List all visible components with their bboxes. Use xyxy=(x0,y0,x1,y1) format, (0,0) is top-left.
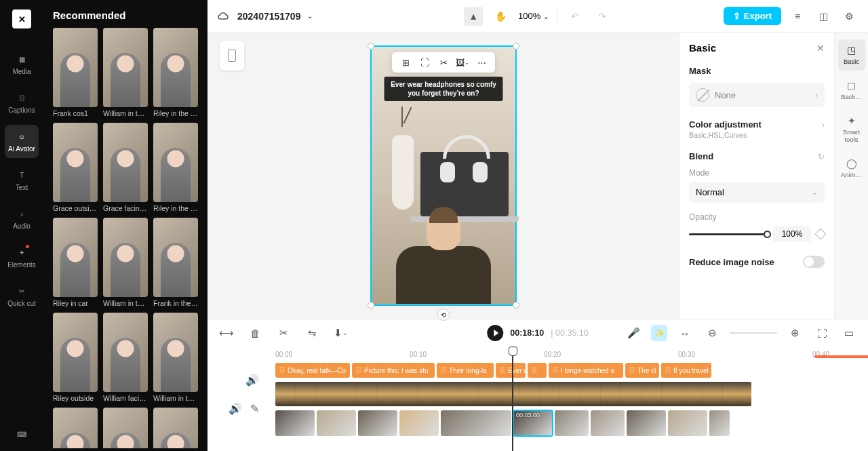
video-frame[interactable] xyxy=(296,382,316,406)
video-frame[interactable] xyxy=(642,382,662,406)
undo-button[interactable]: ↶ xyxy=(566,7,585,26)
keyframe-icon[interactable] xyxy=(815,229,827,240)
asset-item[interactable]: Riley outside xyxy=(53,313,98,402)
slider-thumb[interactable] xyxy=(764,231,771,238)
asset-item[interactable]: William in t… xyxy=(103,218,148,307)
resize-handle[interactable] xyxy=(368,302,374,309)
nav-quickcut[interactable]: ✂Quick cut xyxy=(5,279,39,313)
app-logo[interactable]: ✕ xyxy=(12,9,31,28)
media-track[interactable] xyxy=(275,410,751,436)
video-frame[interactable] xyxy=(621,382,642,406)
caption-clip[interactable]: ☷ xyxy=(528,363,547,378)
asset-item[interactable]: Riley in the … xyxy=(153,123,198,212)
media-clip[interactable] xyxy=(513,410,553,436)
resize-handle[interactable] xyxy=(513,43,519,50)
media-clip[interactable] xyxy=(591,410,625,436)
dock-button[interactable]: ▭ xyxy=(840,323,859,342)
caption-clip[interactable]: ☷The cl xyxy=(625,363,659,378)
asset-item[interactable]: Grace facin… xyxy=(103,123,148,212)
media-clip[interactable] xyxy=(358,410,397,436)
caption-clip[interactable]: ☷Ever w xyxy=(496,363,526,378)
video-frame[interactable] xyxy=(499,382,519,406)
video-frame[interactable] xyxy=(743,382,751,406)
video-frame[interactable] xyxy=(336,382,357,406)
crop-button[interactable]: ✂ xyxy=(437,56,450,69)
canvas-frame[interactable]: ⊞ ⛶ ✂ 🖼 ⌄ ⋯ Ever wear headphones so comf… xyxy=(370,45,517,306)
video-frame[interactable] xyxy=(560,382,580,406)
mute-icon[interactable]: 🔊 xyxy=(229,402,242,415)
cursor-tool[interactable]: ▲ xyxy=(464,7,483,26)
redo-button[interactable]: ↷ xyxy=(593,7,612,26)
resize-handle[interactable] xyxy=(513,302,519,309)
zoom-out-button[interactable]: ⊖ xyxy=(703,323,722,342)
color-adjustment-row[interactable]: Color adjustment › xyxy=(689,119,825,130)
media-clip[interactable] xyxy=(317,410,356,436)
delete-button[interactable]: 🗑 xyxy=(245,323,264,342)
crop-tl-button[interactable]: ✂ xyxy=(274,323,293,342)
playhead[interactable] xyxy=(512,347,513,451)
hand-tool[interactable]: ✋ xyxy=(491,7,510,26)
caption-overlay[interactable]: Ever wear headphones so comfy you forget… xyxy=(384,77,503,101)
asset-item[interactable]: William in t… xyxy=(153,313,198,402)
video-frame[interactable] xyxy=(580,382,601,406)
video-frame[interactable] xyxy=(357,382,377,406)
export-button[interactable]: ⇪Export xyxy=(724,7,781,25)
project-name[interactable]: 202407151709 xyxy=(237,11,300,22)
edit-icon[interactable]: ✎ xyxy=(250,402,259,415)
video-frame[interactable] xyxy=(540,382,560,406)
tab-background[interactable]: ▢Back… xyxy=(838,75,865,106)
video-frame[interactable] xyxy=(438,382,458,406)
video-frame[interactable] xyxy=(458,382,479,406)
asset-item[interactable]: Frank in the… xyxy=(153,218,198,307)
media-clip[interactable] xyxy=(275,410,315,436)
video-track[interactable] xyxy=(275,382,751,406)
video-frame[interactable] xyxy=(275,382,296,406)
download-button[interactable]: ⬇ ⌄ xyxy=(331,323,350,342)
asset-item[interactable] xyxy=(153,408,198,448)
more-button[interactable]: ⋯ xyxy=(475,56,488,69)
ai-button[interactable]: ✨ xyxy=(651,325,667,341)
opacity-slider[interactable] xyxy=(689,233,768,235)
resize-handle[interactable] xyxy=(368,43,374,50)
asset-item[interactable]: Frank cos1 xyxy=(53,28,98,117)
video-frame[interactable] xyxy=(703,382,723,406)
caption-clip[interactable]: ☷If you travel xyxy=(661,363,711,378)
caption-track[interactable]: ☷Okay, real talk—Co☷Picture this: I was … xyxy=(275,363,868,378)
asset-item[interactable] xyxy=(53,408,98,448)
asset-item[interactable]: Grace outsi… xyxy=(53,123,98,212)
canvas-area[interactable]: ⊞ ⛶ ✂ 🖼 ⌄ ⋯ Ever wear headphones so comf… xyxy=(208,33,679,319)
play-button[interactable] xyxy=(487,325,503,341)
asset-item[interactable]: William in t… xyxy=(103,28,148,117)
panel-toggle-button[interactable]: ◫ xyxy=(814,7,833,26)
zoom-in-button[interactable]: ⊕ xyxy=(785,323,804,342)
video-frame[interactable] xyxy=(519,382,540,406)
asset-item[interactable]: Riley in the … xyxy=(153,28,198,117)
video-frame[interactable] xyxy=(601,382,621,406)
add-media-button[interactable]: ⊞ xyxy=(399,56,412,69)
nav-ai-avatar[interactable]: ☺Ai Avator xyxy=(5,125,39,158)
asset-item[interactable] xyxy=(103,408,148,448)
zoom-slider[interactable] xyxy=(730,332,777,334)
video-frame[interactable] xyxy=(397,382,418,406)
caption-clip[interactable]: ☷Picture this: I was stu xyxy=(352,363,435,378)
caption-clip[interactable]: ☷I binge-watched a xyxy=(549,363,623,378)
replace-button[interactable]: 🖼 ⌄ xyxy=(456,56,469,69)
media-clip[interactable] xyxy=(668,410,707,436)
aspect-ratio-badge[interactable] xyxy=(220,41,244,71)
nav-audio[interactable]: ♪Audio xyxy=(5,202,39,235)
zoom-select[interactable]: 100% ⌄ xyxy=(518,11,549,21)
mirror-button[interactable]: ⇋ xyxy=(302,323,321,342)
ruler[interactable]: 00:0000:1000:2000:3000:40 xyxy=(275,351,868,363)
nav-captions[interactable]: ☷Captions xyxy=(5,86,39,119)
video-frame[interactable] xyxy=(479,382,499,406)
mic-button[interactable]: 🎤 xyxy=(624,323,643,342)
nav-text[interactable]: TText xyxy=(5,163,39,197)
resize-button[interactable]: ⛶ xyxy=(418,56,431,69)
tab-animation[interactable]: ◯Anim… xyxy=(838,153,865,184)
nav-keyboard[interactable]: ⌨ xyxy=(5,423,39,446)
layers-button[interactable]: ≡ xyxy=(788,7,807,26)
fullscreen-button[interactable]: ⛶ xyxy=(812,323,831,342)
reset-icon[interactable]: ↻ xyxy=(818,152,825,161)
timeline-tracks[interactable]: 00:0000:1000:2000:3000:40 ☷Okay, real ta… xyxy=(266,347,868,451)
opacity-input[interactable]: 100% xyxy=(773,226,811,242)
